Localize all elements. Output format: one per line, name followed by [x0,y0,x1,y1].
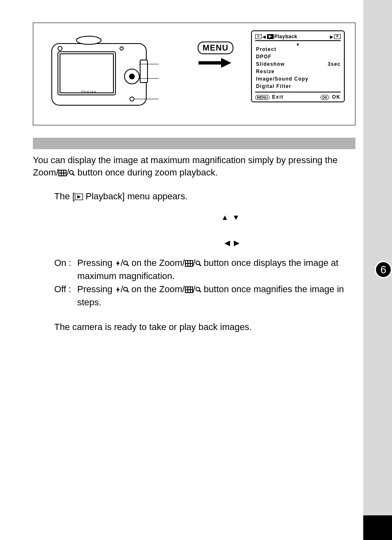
step-3-arrows: ◀ ▶ [33,236,355,249]
svg-point-8 [120,47,123,50]
svg-point-7 [58,46,62,51]
svg-rect-2 [60,54,113,93]
svg-rect-45 [191,287,192,289]
svg-point-37 [196,261,200,265]
ok-label: OK [332,94,341,100]
top-figure: PENTAX MENU ◘ ◀ ▶ Playback ▶ ✕ [33,23,355,125]
on-description: Pressing / on the Zoom// button once dis… [77,256,355,283]
svg-rect-22 [64,173,66,175]
up-down-arrows-icon: ▲ ▼ [221,213,240,222]
playback-tab-icon: ▶ [267,34,274,39]
lcd-menu-items: Protect DPOF Slideshow3sec Resize Image/… [255,46,341,90]
off-label: Off : [54,283,77,309]
svg-rect-33 [191,261,192,263]
svg-point-5 [129,74,134,79]
lcd-item: Resize [256,68,341,75]
on-label: On : [54,256,77,283]
svg-point-49 [196,287,200,291]
svg-rect-47 [188,290,190,292]
svg-point-28 [124,261,127,265]
off-description: Pressing / on the Zoom// button once mag… [77,283,355,309]
svg-rect-6 [140,60,148,83]
svg-marker-39 [116,287,120,293]
lcd-item: Slideshow3sec [256,60,341,68]
lcd-menu-screen: ◘ ◀ ▶ Playback ▶ ✕ ▼ Protect DPOF Slides… [251,30,345,102]
right-arrow-icon: ▶ [330,35,334,39]
chapter-badge: 6 [375,261,392,278]
exit-label: Exit [272,94,284,100]
left-arrow-icon: ◀ [263,35,266,39]
svg-point-23 [69,171,73,174]
magnify-icon [123,261,129,266]
flash-icon [115,261,121,266]
magnify-icon [196,261,201,266]
svg-rect-46 [186,290,187,292]
lcd-footer: MENU Exit OK OK [255,92,341,100]
svg-rect-34 [186,264,187,266]
thumbnail-icon [185,286,193,293]
svg-rect-35 [188,264,190,266]
arrow-icon [198,58,231,68]
svg-line-38 [199,264,201,266]
steps-list: The [ Playback] menu appears. ▲ ▼ ◀ ▶ On… [33,190,355,333]
svg-rect-48 [191,290,192,292]
thumbnail-icon [185,260,193,267]
flash-icon [115,287,121,293]
setup-tab-icon: ✕ [334,34,341,39]
main-content: PENTAX MENU ◘ ◀ ▶ Playback ▶ ✕ [33,23,355,341]
lcd-tabs: ◘ ◀ ▶ Playback ▶ ✕ [255,34,341,41]
svg-rect-14 [198,61,221,65]
lcd-item: Digital Filter [256,83,341,90]
svg-rect-43 [186,287,187,289]
svg-rect-18 [62,171,63,173]
left-right-arrows-icon: ◀ ▶ [224,239,240,247]
svg-rect-17 [59,171,61,173]
svg-rect-36 [191,264,192,266]
playback-tab-label: Playback [274,34,297,39]
step-1-body: The [ Playback] menu appears. [54,190,355,203]
svg-marker-26 [77,195,81,198]
footer-black-bar [363,515,392,540]
svg-line-29 [127,264,129,266]
svg-rect-44 [188,287,190,289]
ok-pill-icon: OK [321,95,330,100]
svg-rect-20 [59,173,61,175]
menu-button-label: MENU [198,42,233,54]
svg-marker-27 [116,261,120,266]
magnify-icon [123,287,129,293]
lcd-item: Image/Sound Copy [256,75,341,83]
svg-text:PENTAX: PENTAX [81,90,97,94]
svg-rect-32 [188,261,190,263]
svg-rect-21 [62,173,63,175]
section-heading-strip [33,138,355,149]
svg-rect-19 [64,171,66,173]
step-2-arrows: ▲ ▼ [33,210,355,224]
on-off-block: On : Pressing / on the Zoom// button onc… [54,256,355,309]
svg-point-9 [130,97,134,101]
intro-paragraph: You can display the image at maximum mag… [33,154,355,178]
svg-line-50 [199,291,201,292]
svg-line-41 [127,291,129,292]
thumbnail-icon [58,170,67,176]
svg-point-40 [124,287,127,291]
playback-icon [75,194,83,200]
svg-marker-15 [221,58,231,68]
camera-illustration: PENTAX [44,31,159,113]
svg-point-3 [76,36,101,44]
chapter-number: 6 [380,263,386,276]
menu-pill-icon: MENU [255,95,270,100]
camera-tab-icon: ◘ [255,34,262,39]
magnify-icon [196,287,201,293]
magnify-icon [69,170,75,176]
lcd-item: DPOF [256,53,341,60]
svg-rect-31 [186,261,187,263]
step-4-body: The camera is ready to take or play back… [54,321,355,334]
svg-line-24 [73,174,74,175]
